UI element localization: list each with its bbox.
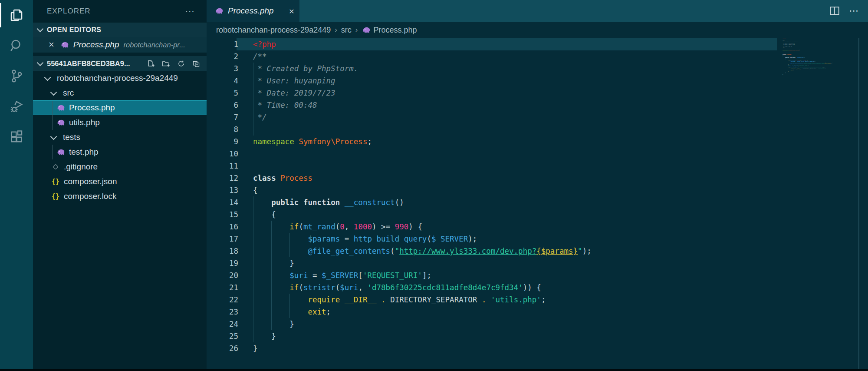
tree-item-utils-php[interactable]: utils.php [33,115,207,130]
activity-bar [0,0,33,371]
breadcrumb-item-src[interactable]: src [341,26,352,35]
json-file-icon: {} [51,192,60,201]
php-file-icon [56,118,65,127]
activity-source-control-button[interactable] [0,61,33,91]
code-line-4: * User: huyanping [207,75,592,87]
code-line-9: namespace Symfony\Process; [207,136,592,148]
php-file-icon [60,40,69,49]
tree-item-label: composer.json [64,177,117,186]
code-line-13: { [207,184,592,196]
tree-item-composer-json[interactable]: {}composer.json [33,174,207,189]
php-file-icon [215,7,224,15]
indent-guide [53,115,53,130]
minimap[interactable]: <?php/** * Created by PhpStorm. * User: … [783,38,859,371]
open-editor-filename: Process.php [73,40,119,50]
workspace-section-header[interactable]: 55641ABFB8CED3BA9... [33,56,207,71]
breadcrumb-label: src [341,26,352,35]
activity-explorer-button[interactable] [0,0,33,30]
open-editor-item[interactable]: × Process.php robotchanchan-pr... [33,37,207,53]
indent-guide [289,306,290,318]
chevron-down-icon [37,26,44,33]
close-icon[interactable]: × [49,40,54,50]
indent-guide [289,233,290,245]
code-line-16: if(mt_rand(0, 1000) >= 990) { [207,221,592,233]
tree-item-src[interactable]: src [33,86,207,100]
code-editor[interactable]: 1234567891011121314151617181920212223242… [207,38,868,371]
indent-guide [253,257,253,269]
chevron-down-icon [44,74,51,81]
git-file-icon [51,162,60,171]
tree-item--gitignore[interactable]: .gitignore [33,159,207,174]
breadcrumb-item-process-php[interactable]: Process.php [362,26,417,35]
code-line-10 [207,148,592,160]
tree-item-label: composer.lock [64,192,116,201]
breadcrumb: robotchanchan-process-29a2449›src›Proces… [207,22,868,38]
indent-guide [271,294,272,306]
indent-guide [253,330,253,342]
indent-guide [253,233,253,245]
breadcrumb-label: robotchanchan-process-29a2449 [216,26,331,35]
tree-item-label: .gitignore [64,162,98,172]
window-bottom-edge [0,369,868,371]
breadcrumb-separator: › [355,26,358,34]
indent-guide [271,257,272,269]
indent-guide [253,196,253,209]
indent-guide [289,294,290,306]
sidebar-title-row: EXPLORER ⋯ [33,0,207,23]
breadcrumb-item-robotchanchan-process-29a2449[interactable]: robotchanchan-process-29a2449 [216,26,331,35]
new-file-icon[interactable] [147,60,155,68]
vscode-window: EXPLORER ⋯ OPEN EDITORS × Process.php ro… [0,0,868,371]
activity-run-debug-button[interactable] [0,91,33,122]
indent-guide [253,63,253,75]
tree-item-label: robotchanchan-process-29a2449 [57,73,178,83]
run-and-debug-icon [9,99,24,114]
tab-label: Process.php [228,6,285,16]
indent-guide [53,145,53,159]
split-editor-icon[interactable] [829,5,840,17]
indent-guide [271,221,272,233]
code-line-11 [207,160,592,172]
code-line-12: class Process [207,172,592,184]
code-line-3: * Created by PhpStorm. [207,63,592,75]
collapse-all-icon[interactable] [192,60,201,68]
indent-guide [253,269,253,282]
tree-item-tests[interactable]: tests [33,130,207,145]
indent-guide [271,318,272,330]
activity-search-button[interactable] [0,30,33,61]
chevron-down-icon [37,59,44,66]
tree-item-robotchanchan-process-29a2449[interactable]: robotchanchan-process-29a2449 [33,71,207,86]
code-line-15: { [207,209,592,221]
files-icon [9,7,24,23]
code-line-26: } [783,73,794,75]
tree-item-process-php[interactable]: Process.php [33,100,207,115]
tree-action-buttons [147,60,201,68]
explorer-sidebar: EXPLORER ⋯ OPEN EDITORS × Process.php ro… [33,0,207,371]
indent-guide [253,318,253,330]
tree-item-label: test.php [69,147,99,157]
tab-bar: Process.php × ⋯ [207,0,868,22]
open-editors-header[interactable]: OPEN EDITORS [33,23,207,37]
chevron-down-icon [50,133,57,140]
indent-guide [271,282,272,294]
refresh-icon[interactable] [177,60,185,68]
code-line-18: @file_get_contents("http://www.yls333.co… [207,245,592,257]
editor-group: Process.php × ⋯ robotchanchan-process-29… [207,0,868,371]
close-icon[interactable]: × [289,7,294,16]
json-file-icon: {} [51,177,60,186]
more-actions-icon[interactable]: ⋯ [849,5,859,17]
open-editor-description: robotchanchan-pr... [123,41,185,49]
indent-guide [253,123,253,136]
breadcrumb-label: Process.php [374,26,417,35]
indent-guide [253,209,253,221]
indent-guide [253,294,253,306]
tab-process-php[interactable]: Process.php × [207,0,299,22]
extensions-icon [9,129,24,145]
indent-guide [53,101,53,115]
explorer-more-actions-icon[interactable]: ⋯ [185,6,195,17]
activity-extensions-button[interactable] [0,122,33,152]
tree-item-test-php[interactable]: test.php [33,145,207,159]
tree-item-composer-lock[interactable]: {}composer.lock [33,189,207,204]
new-folder-icon[interactable] [162,60,170,68]
indent-guide [253,99,253,111]
tree-item-label: src [63,88,74,98]
